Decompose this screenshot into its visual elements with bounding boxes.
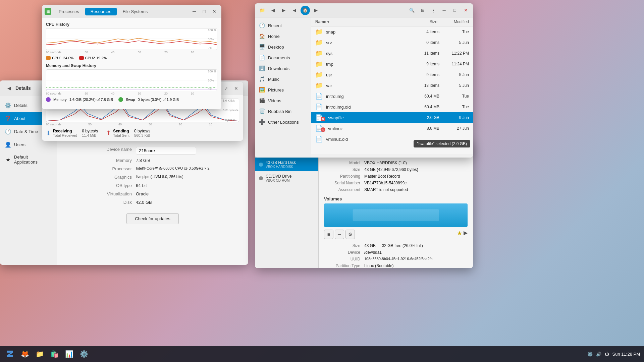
disk-serial-label: Serial Number [324,181,364,185]
files-close-button[interactable]: ✕ [461,6,470,15]
files-next-button[interactable]: ▶ [311,6,321,15]
sysmon-close-button[interactable]: ✕ [210,7,219,16]
files-list: 📁 snap 4 items Tue 📁 srv 0 items 5 Jun 📁… [311,26,473,154]
sidebar-label-users: Users [14,142,25,147]
files-minimize-button[interactable]: ─ [439,6,449,15]
sysmon-maximize-button[interactable]: □ [200,7,209,16]
taskbar-datetime[interactable]: Sun 11:28 PM [612,352,640,357]
taskbar-files-icon[interactable]: 📁 [34,348,46,360]
sidebar-pictures[interactable]: 🖼️ Pictures [255,84,311,95]
disk-model-label: Model [324,161,364,165]
about-back-button[interactable]: ◀ [4,83,14,93]
taskbar-software-icon[interactable]: 🛍️ [48,348,60,360]
file-usr-name: usr [326,72,407,77]
sidebar-item-defaultapps[interactable]: ★ Default Applications [0,151,57,168]
file-row-sys[interactable]: 📁 sys 11 items 11:22 PM [311,48,473,59]
graphics-label: Graphics [92,175,136,180]
memory-chart-title: Memory and Swap History [46,63,217,68]
sidebar-home[interactable]: 🏠 Home [255,31,311,42]
tab-filesystems[interactable]: File Systems [117,8,153,15]
disk-serial-row: Serial Number VB14773b15-5439899c [324,180,468,186]
total-sent-label: Total Sent [113,133,129,137]
file-row-srv[interactable]: 📁 srv 0 items 5 Jun [311,37,473,48]
taskbar-firefox-icon[interactable]: 🦊 [19,348,31,360]
sidebar-desktop[interactable]: 🖥️ Desktop [255,42,311,52]
sysmon-minimize-button[interactable]: ─ [190,7,199,16]
files-back-button[interactable]: ◀ [268,6,278,15]
taskbar-sysmon-icon[interactable]: 📊 [63,348,75,360]
disk-body: 43 GB Hard Disk VBOX HARDDISK CD/DVD Dri… [255,155,473,268]
taskbar-left: 🦊 📁 🛍️ 📊 ⚙️ [4,348,90,360]
memory-value: 1.6 GiB (20.2%) of 7.8 GiB [69,98,113,102]
file-snap-name: snap [326,29,407,35]
sidebar-music-label: Music [268,77,279,82]
disk-vol-stop-button[interactable]: ■ [324,230,333,239]
files-grid-button[interactable]: ⊞ [418,6,427,15]
disk-size-label: Size [324,167,364,172]
ostype-value: 64-bit [136,183,213,188]
taskbar-power-indicator[interactable]: ⏻ [605,352,609,357]
sidebar-music[interactable]: 🎵 Music [255,74,311,84]
sidebar-documents[interactable]: 📄 Documents [255,52,311,63]
file-row-usr[interactable]: 📁 usr 9 items 5 Jun [311,69,473,80]
file-row-swapfile[interactable]: 📄 ✕ swapfile 2.0 GB 9 Jun [311,112,473,123]
files-search-button[interactable]: 🔍 [407,6,417,15]
disk-vol-minus-button[interactable]: ─ [335,230,344,239]
info-row-processor: Processor Intel® Core™ i5-6600K CPU @ 3.… [92,165,213,173]
files-forward-button[interactable]: ▶ [279,6,288,15]
network-expand-button[interactable]: ⤢ [222,84,230,93]
memory-y-labels: 100 %50%0% [208,70,216,91]
files-menu-button[interactable]: ⋮ [429,6,438,15]
taskbar-settings-indicator[interactable]: ⚙️ [587,352,593,357]
file-initrd-name: initrd.img [326,94,407,99]
disk-item-harddisk[interactable]: 43 GB Hard Disk VBOX HARDDISK [255,158,318,171]
memory-legend-item: Memory 1.6 GiB (20.2%) of 7.8 GiB [46,97,113,102]
taskbar-volume-indicator[interactable]: 🔊 [596,352,601,357]
sidebar-downloads[interactable]: ⬇️ Downloads [255,63,311,74]
sidebar-recent[interactable]: 🕐 Recent [255,20,311,31]
folder-snap-icon: 📁 [315,28,323,36]
sidebar-other-locations[interactable]: ➕ Other Locations [255,117,311,127]
disk-item-cdrom[interactable]: CD/DVD Drive VBOX CD-ROM [255,171,318,185]
sidebar-label-about: About [14,116,25,121]
file-row-vmlinuz[interactable]: 📄 ✕ vmlinuz 8.6 MB 27 Jun [311,123,473,134]
taskbar-zorin-icon[interactable] [4,348,16,360]
tab-resources[interactable]: Resources [85,8,117,15]
downloads-icon: ⬇️ [259,65,265,71]
taskbar-volume-icon: 🔊 [596,352,601,357]
network-x-labels: 60 seconds5040302010 [46,122,239,127]
net-y-top: 1.6 KiB/s [223,99,238,102]
files-header: Name ▾ Size Modified [311,17,473,26]
sysmon-content: CPU History 100 %50%0% 60 seconds5040302… [42,18,221,109]
sidebar-videos[interactable]: 🎬 Videos [255,95,311,106]
sidebar-documents-label: Documents [268,55,290,60]
check-updates-button[interactable]: Check for updates [126,213,179,224]
taskbar-settings-icon[interactable]: ⚙️ [78,348,90,360]
disk-vol-config-button[interactable]: ⚙ [345,230,355,239]
tab-processes[interactable]: Processes [53,8,85,15]
files-main: Name ▾ Size Modified 📁 snap 4 items Tue … [311,17,473,158]
file-row-tmp[interactable]: 📁 tmp 9 items 11:24 PM [311,59,473,69]
processor-value: Intel® Core™ i5-6600K CPU @ 3.50GHz × 2 [136,166,213,171]
file-row-initrd[interactable]: 📄 initrd.img 60.4 MB Tue [311,91,473,102]
disk-value: 42.0 GB [136,200,213,205]
file-row-var[interactable]: 📁 var 13 items 5 Jun [311,80,473,91]
cpu-legend: CPU1 24.0% CPU2 19.2% [46,56,217,60]
sidebar-rubbish[interactable]: 🗑️ Rubbish Bin [255,106,311,117]
files-up-button[interactable]: ◀ [290,6,299,15]
folder-srv-icon: 📁 [315,39,323,46]
file-row-snap[interactable]: 📁 snap 4 items Tue [311,26,473,37]
folder-sys-icon: 📁 [315,50,323,57]
file-var-size: 13 items [409,83,439,88]
file-row-initrd-old[interactable]: 📄 initrd.img.old 60.4 MB Tue [311,102,473,112]
file-vmlinuz-date: 27 Jun [442,126,469,131]
files-maximize-button[interactable]: □ [450,6,460,15]
files-home-nav-button[interactable]: 🏠 [301,6,310,15]
disk-assessment-label: Assessment [324,187,364,192]
files-folder-button[interactable]: 📁 [258,6,267,15]
taskbar-settings-icon2: ⚙️ [587,352,593,357]
file-usr-date: 5 Jun [442,72,469,77]
device-name-input[interactable] [136,147,196,155]
virtualization-label: Virtualization [92,191,136,196]
network-close-button[interactable]: ✕ [232,84,240,93]
